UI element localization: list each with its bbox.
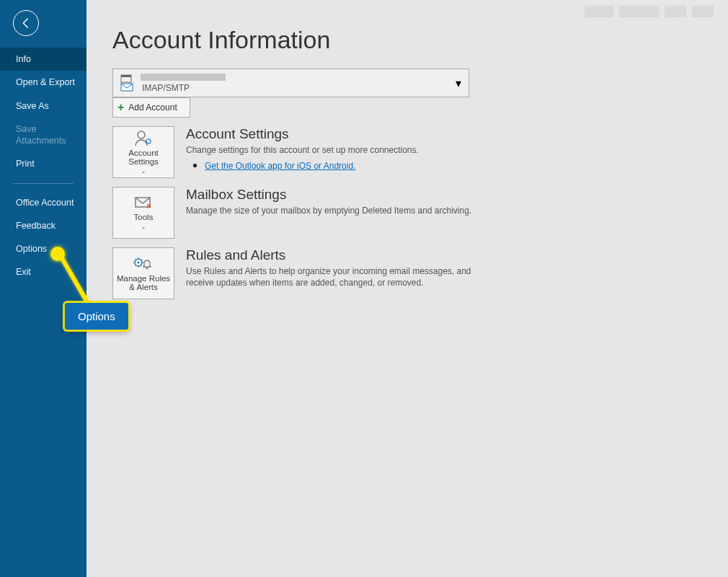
section-desc: Use Rules and Alerts to help organize yo… [186, 265, 474, 288]
nav-primary: Info Open & Export Save As Save Attachme… [0, 48, 86, 284]
svg-point-4 [146, 139, 151, 144]
account-selector[interactable]: IMAP/SMTP ▾ [112, 69, 469, 97]
tile-label: Manage Rules & Alerts [113, 274, 174, 291]
svg-point-8 [146, 268, 148, 269]
add-account-label: Add Account [128, 102, 177, 113]
window-controls-redacted [585, 6, 714, 17]
nav-save-as[interactable]: Save As [0, 94, 86, 118]
outlook-app-link[interactable]: Get the Outlook app for iOS or Android. [205, 161, 355, 171]
chevron-down-icon: ▾ [456, 76, 461, 90]
account-email-redacted [141, 74, 226, 81]
nav-feedback[interactable]: Feedback [0, 214, 86, 237]
account-icon [120, 74, 133, 92]
nav-divider [13, 183, 74, 184]
chevron-down-icon: ⌄ [141, 223, 146, 230]
section-heading: Account Settings [186, 126, 419, 142]
account-settings-tile[interactable]: Account Settings ⌄ [112, 126, 174, 178]
back-button[interactable] [13, 10, 39, 36]
nav-options[interactable]: Options [0, 237, 86, 260]
nav-print[interactable]: Print [0, 152, 86, 175]
mail-icon [120, 83, 133, 92]
main-panel: Account Information IMAP/SMTP ▾ + Add Ac… [86, 0, 728, 577]
nav-save-attachments: Save Attachments [0, 118, 86, 153]
svg-rect-1 [121, 75, 131, 77]
nav-info[interactable]: Info [0, 48, 86, 71]
gear-bell-icon [133, 255, 154, 271]
tools-tile[interactable]: Tools ⌄ [112, 187, 174, 239]
page-title: Account Information [112, 26, 702, 54]
section-heading: Rules and Alerts [186, 247, 474, 263]
arrow-left-icon [19, 17, 32, 30]
section-desc: Change settings for this account or set … [186, 144, 419, 156]
section-desc: Manage the size of your mailbox by empty… [186, 205, 471, 216]
section-heading: Mailbox Settings [186, 187, 471, 203]
add-account-button[interactable]: + Add Account [112, 97, 190, 118]
rules-alerts-tile[interactable]: Manage Rules & Alerts [112, 247, 174, 299]
backstage-sidebar: Info Open & Export Save As Save Attachme… [0, 0, 86, 577]
calendar-icon [120, 74, 133, 83]
annotation-marker [50, 247, 65, 261]
annotation-callout: Options [65, 303, 128, 330]
svg-point-3 [138, 131, 145, 138]
svg-point-7 [138, 262, 140, 264]
tile-label: Tools [134, 213, 154, 221]
tile-label: Account Settings [113, 149, 174, 166]
account-type: IMAP/SMTP [142, 83, 226, 93]
mailbox-tools-icon [134, 195, 153, 210]
nav-office-account[interactable]: Office Account [0, 191, 86, 214]
chevron-down-icon: ⌄ [141, 167, 146, 175]
person-gear-icon [134, 130, 153, 146]
plus-icon: + [117, 101, 124, 114]
nav-open-export[interactable]: Open & Export [0, 71, 86, 94]
